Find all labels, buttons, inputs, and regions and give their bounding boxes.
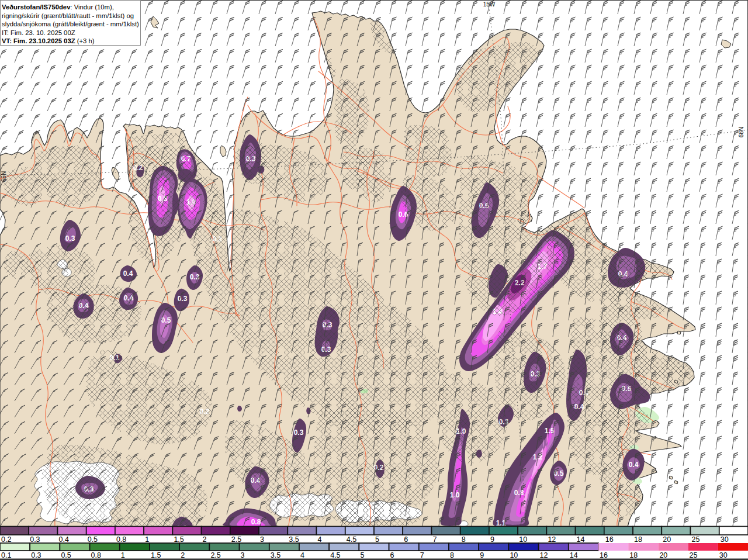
svg-text:2: 2 xyxy=(203,535,207,544)
svg-text:9: 9 xyxy=(490,535,494,544)
svg-text:VT: Fim. 23.10.2025 03Z (+3 h): VT: Fim. 23.10.2025 03Z (+3 h) xyxy=(2,37,95,44)
svg-text:7: 7 xyxy=(420,551,424,559)
svg-text:4: 4 xyxy=(300,551,304,559)
svg-text:0.8: 0.8 xyxy=(251,518,261,526)
svg-text:14: 14 xyxy=(570,551,578,559)
svg-text:slydda/snjókoma (grátt/bleikt/: slydda/snjókoma (grátt/bleikt/grænt - mm… xyxy=(2,20,139,27)
svg-text:10: 10 xyxy=(519,535,527,544)
svg-text:0.8: 0.8 xyxy=(91,551,101,559)
svg-text:1: 1 xyxy=(145,535,149,544)
svg-text:16: 16 xyxy=(600,551,608,559)
svg-text:4.5: 4.5 xyxy=(330,551,340,559)
svg-text:8: 8 xyxy=(450,551,454,559)
svg-text:30: 30 xyxy=(721,535,729,544)
svg-text:0.1: 0.1 xyxy=(1,551,11,559)
svg-text:3.5: 3.5 xyxy=(271,551,280,559)
svg-text:6: 6 xyxy=(390,551,394,559)
svg-text:30: 30 xyxy=(719,551,728,559)
svg-text:1.5: 1.5 xyxy=(174,535,183,544)
svg-text:4.5: 4.5 xyxy=(347,535,356,544)
svg-text:20: 20 xyxy=(659,551,667,559)
svg-text:0.4: 0.4 xyxy=(629,461,639,469)
svg-text:8: 8 xyxy=(462,535,466,544)
svg-text:rigning/skúrir (grænt/blátt/ra: rigning/skúrir (grænt/blátt/rautt - mm/1… xyxy=(2,12,134,19)
svg-text:20: 20 xyxy=(663,535,671,544)
svg-text:0.3: 0.3 xyxy=(31,551,41,559)
svg-text:7: 7 xyxy=(433,535,437,544)
svg-text:3: 3 xyxy=(241,551,245,559)
svg-text:25: 25 xyxy=(690,551,698,559)
svg-text:5: 5 xyxy=(360,551,364,559)
svg-text:18: 18 xyxy=(634,535,642,544)
svg-text:2: 2 xyxy=(181,551,185,559)
svg-text:12: 12 xyxy=(540,551,548,559)
svg-text:0.5: 0.5 xyxy=(88,535,98,544)
svg-text:0.4: 0.4 xyxy=(123,269,133,278)
svg-text:6: 6 xyxy=(404,535,408,544)
svg-text:IT: Fim. 23. 10. 2025 00Z: IT: Fim. 23. 10. 2025 00Z xyxy=(2,29,75,36)
svg-text:18: 18 xyxy=(629,551,638,559)
svg-text:0.3: 0.3 xyxy=(294,428,304,437)
svg-text:0.8: 0.8 xyxy=(514,489,524,497)
svg-text:1.5: 1.5 xyxy=(151,551,161,559)
svg-text:Veðurstofan/IS750dev: Vindur (: Veðurstofan/IS750dev: Vindur (10m), xyxy=(2,4,114,11)
svg-text:9: 9 xyxy=(480,551,484,559)
svg-text:25: 25 xyxy=(692,535,700,544)
svg-text:4: 4 xyxy=(318,535,322,544)
svg-text:10: 10 xyxy=(510,551,518,559)
svg-text:16: 16 xyxy=(605,535,614,544)
svg-text:5: 5 xyxy=(375,535,379,544)
svg-text:0.2: 0.2 xyxy=(1,535,11,544)
svg-text:0.4: 0.4 xyxy=(59,535,69,544)
svg-text:3: 3 xyxy=(260,535,264,544)
svg-text:66N: 66N xyxy=(738,127,744,137)
svg-text:14: 14 xyxy=(577,535,585,544)
svg-text:0.3: 0.3 xyxy=(30,535,40,544)
svg-text:0.5: 0.5 xyxy=(61,551,71,559)
svg-text:0.8: 0.8 xyxy=(116,535,126,544)
svg-text:2.5: 2.5 xyxy=(231,535,241,544)
svg-text:0.5: 0.5 xyxy=(554,469,564,478)
svg-text:0.3: 0.3 xyxy=(65,234,75,243)
svg-text:1: 1 xyxy=(121,551,125,559)
svg-text:3.5: 3.5 xyxy=(289,535,299,544)
svg-text:2.5: 2.5 xyxy=(210,551,220,559)
svg-text:12: 12 xyxy=(548,535,556,544)
